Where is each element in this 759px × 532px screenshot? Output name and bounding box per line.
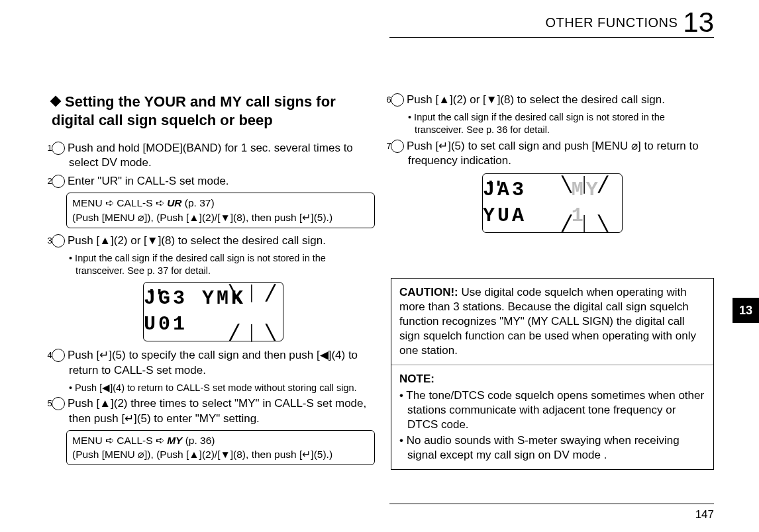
circled-number-7: 7 xyxy=(391,140,404,153)
step-4-text: Push [↵](5) to specify the call sign and… xyxy=(68,349,358,376)
footer-rule xyxy=(389,504,714,504)
header-chapter-number: 13 xyxy=(683,7,714,38)
menu-path-box-my: MENU ➪ CALL-S ➪ MY (p. 36) (Push [MENU ⌀… xyxy=(66,430,375,465)
spark-icon: ╲ │ ╱ xyxy=(230,284,278,303)
caution-note-box: CAUTION!: Use digital code squelch when … xyxy=(391,278,714,470)
section-title-line1: Setting the YOUR and MY call signs for xyxy=(65,93,336,110)
step-2-text: Enter "UR" in CALL-S set mode. xyxy=(68,175,229,187)
content-area: Setting the YOUR and MY call signs for d… xyxy=(52,93,714,470)
circled-number-5: 5 xyxy=(52,397,65,410)
chapter-tab-label: 13 xyxy=(739,304,752,318)
step-5-text: Push [▲](2) three times to select "MY" i… xyxy=(68,397,366,424)
left-column: Setting the YOUR and MY call signs for d… xyxy=(52,93,375,470)
menu-path-box-ur: MENU ➪ CALL-S ➪ UR (p. 37) (Push [MENU ⌀… xyxy=(66,193,375,228)
lcd-display-ur: ▮▮ ╲ │ ╱ JG3 YMK U01 ╱ │ ╲ xyxy=(143,282,283,341)
menu-path-my-prefix: MENU ➪ CALL-S ➪ xyxy=(72,435,167,446)
spark-icon: ╱ │ ╲ xyxy=(562,214,610,234)
caution-paragraph: CAUTION!: Use digital code squelch when … xyxy=(399,285,705,358)
step-5: 5Push [▲](2) three times to select "MY" … xyxy=(52,396,375,425)
right-column: 6Push [▲](2) or [▼](8) to select the des… xyxy=(391,93,714,470)
caution-divider xyxy=(391,365,713,365)
step-6-sub: • Input the call sign if the desired cal… xyxy=(391,111,714,136)
step-3-sub: • Input the call sign if the desired cal… xyxy=(52,252,375,277)
spark-icon: ╱ │ ╲ xyxy=(230,324,278,343)
circled-number-4: 4 xyxy=(52,349,65,362)
menu-path-my-page: (p. 36) xyxy=(182,435,215,446)
step-3: 3Push [▲](2) or [▼](8) to select the des… xyxy=(52,234,375,248)
step-1-text: Push and hold [MODE](BAND) for 1 sec. se… xyxy=(68,142,353,169)
menu-path-ur-target: UR xyxy=(167,197,181,208)
circled-number-3: 3 xyxy=(52,234,65,247)
step-4: 4Push [↵](5) to specify the call sign an… xyxy=(52,348,375,377)
menu-path-my-target: MY xyxy=(167,435,182,446)
lcd-display-my: ▮▮ ╲ │ ╱ JA3 YUA MY 1 ╱ │ ╲ xyxy=(482,173,623,233)
circled-number-6: 6 xyxy=(391,93,404,107)
section-title-line2: digital call sign squelch or beep xyxy=(52,112,273,128)
note-title: NOTE: xyxy=(399,372,705,386)
diamond-bullet-icon xyxy=(50,96,62,107)
chapter-tab: 13 xyxy=(733,298,759,323)
page-number: 147 xyxy=(695,508,714,521)
menu-path-ur-prefix: MENU ➪ CALL-S ➪ xyxy=(72,197,167,208)
circled-number-1: 1 xyxy=(52,142,65,155)
header-rule xyxy=(389,37,714,38)
menu-path-ur-page: (p. 37) xyxy=(182,197,215,208)
page-header: OTHER FUNCTIONS 13 xyxy=(546,7,714,38)
step-7: 7Push [↵](5) to set call sign and push [… xyxy=(391,139,714,168)
note-item-1: • The tone/DTCS code squelch opens somet… xyxy=(399,388,705,432)
step-6-text: Push [▲](2) or [▼](8) to select the desi… xyxy=(407,93,665,106)
menu-path-my-keys: (Push [MENU ⌀]), (Push [▲](2)/[▼](8), th… xyxy=(72,449,332,460)
step-2: 2Enter "UR" in CALL-S set mode. xyxy=(52,174,375,189)
step-6: 6Push [▲](2) or [▼](8) to select the des… xyxy=(391,93,714,107)
circled-number-2: 2 xyxy=(52,175,65,188)
header-title: OTHER FUNCTIONS xyxy=(546,15,678,30)
section-title: Setting the YOUR and MY call signs for d… xyxy=(52,93,375,129)
menu-path-ur-keys: (Push [MENU ⌀]), (Push [▲](2)/[▼](8), th… xyxy=(72,212,332,223)
battery-icon: ▮▮ xyxy=(149,287,165,298)
step-7-text: Push [↵](5) to set call sign and push [M… xyxy=(407,140,699,167)
caution-title: CAUTION!: xyxy=(399,286,458,298)
step-4-sub: • Push [◀](4) to return to CALL-S set mo… xyxy=(52,382,375,394)
battery-icon: ▮▮ xyxy=(488,178,504,189)
note-item-2: • No audio sounds with S-meter swaying w… xyxy=(399,433,705,463)
step-1: 1Push and hold [MODE](BAND) for 1 sec. s… xyxy=(52,141,375,170)
step-3-text: Push [▲](2) or [▼](8) to select the desi… xyxy=(68,234,326,247)
